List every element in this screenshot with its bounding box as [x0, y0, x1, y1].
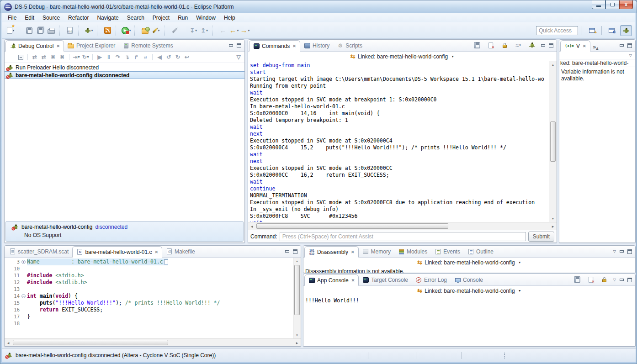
app-console-output[interactable]: !!!Hello World!!!	[303, 295, 635, 346]
close-tab-icon[interactable]: ✕	[351, 250, 355, 254]
maximize-view-icon[interactable]	[627, 43, 632, 48]
restore-button[interactable]	[605, 0, 619, 9]
back-icon[interactable]: ←▾	[229, 26, 239, 36]
minimize-view-icon[interactable]	[228, 43, 234, 47]
menu-search[interactable]: Search	[123, 14, 148, 22]
run-icon[interactable]: ▾	[121, 26, 131, 36]
minimize-button[interactable]	[592, 0, 605, 9]
view-menu-icon[interactable]: ▽	[629, 53, 632, 58]
step-out-icon[interactable]: ↱	[132, 53, 140, 61]
scroll-right-icon[interactable]: ▶	[549, 222, 557, 230]
commands-hscrollbar[interactable]: ◀ ▶	[248, 222, 557, 230]
menu-window[interactable]: Window	[192, 14, 219, 22]
open-perspective-button[interactable]	[586, 25, 598, 36]
tab-error-log[interactable]: Error Log	[412, 274, 451, 285]
remove-connection-icon[interactable]: ✖	[49, 53, 57, 61]
menu-run[interactable]: Run	[174, 14, 191, 22]
commands-output[interactable]: set debug-from mainstartStarting target …	[248, 61, 549, 222]
maximize-view-icon[interactable]	[293, 249, 297, 254]
tab-modules[interactable]: Modules	[394, 246, 431, 257]
collapsed-region-icon[interactable]	[164, 259, 168, 264]
editor-vscrollbar[interactable]: ▲ ▼	[293, 258, 301, 338]
title-bar[interactable]: DS-5 Debug - bare-metal-hello-world-01/s…	[0, 0, 637, 13]
reset-icon[interactable]: ↻▾	[81, 53, 90, 61]
debug-icon[interactable]: ▾	[84, 26, 94, 36]
prev-annotation-icon[interactable]: ↥▾	[199, 26, 209, 36]
tab-bare-metal-hello-world-01-c[interactable]: bare-metal-hello-world-01.c✕	[72, 246, 162, 258]
print-icon[interactable]	[46, 26, 56, 36]
remove-all-connections-icon[interactable]: ✖	[58, 53, 66, 61]
scrollbar-thumb[interactable]	[294, 265, 300, 315]
menu-help[interactable]: Help	[220, 14, 239, 22]
maximize-view-icon[interactable]	[549, 43, 553, 48]
scroll-lock-icon[interactable]	[499, 40, 510, 50]
debug-sessions-tree[interactable]: Run Preloader Hello disconnectedbare-met…	[5, 63, 244, 220]
save-all-icon[interactable]	[35, 26, 45, 36]
tab-makefile[interactable]: Makefile	[162, 246, 199, 257]
scroll-lock-icon[interactable]	[600, 274, 610, 285]
menu-file[interactable]: File	[4, 14, 20, 22]
menu-refactor[interactable]: Refactor	[64, 14, 92, 22]
maximize-view-icon[interactable]	[627, 278, 632, 282]
commands-vscrollbar[interactable]: ▲ ▼	[549, 61, 557, 222]
tab-disassembly[interactable]: 101 010Disassembly✕	[304, 246, 359, 258]
fold-toggle-icon[interactable]: −	[21, 294, 26, 298]
undo-history-icon[interactable]: ↺	[165, 53, 173, 61]
close-tab-icon[interactable]: ✕	[56, 44, 60, 48]
tab-remote-systems[interactable]: Remote Systems	[119, 40, 176, 51]
view-menu-icon[interactable]: ▽	[613, 249, 616, 253]
scroll-left-icon[interactable]: ◀	[5, 339, 12, 346]
close-tab-icon[interactable]: ✕	[154, 250, 158, 254]
tab-overflow-chevron[interactable]: »4	[593, 44, 599, 51]
scroll-right-icon[interactable]: ▶	[293, 339, 301, 346]
scrollbar-thumb[interactable]	[550, 121, 556, 162]
pause-icon[interactable]: ‖	[105, 53, 113, 61]
scroll-up-icon[interactable]: ▲	[549, 61, 557, 68]
close-button[interactable]: x	[619, 0, 633, 9]
variables-linked-bar[interactable]: ked: bare-metal-hello-world-	[559, 59, 635, 67]
new-wizard-icon[interactable]: ▾	[5, 26, 16, 36]
submit-button[interactable]: Submit	[528, 232, 554, 242]
scroll-left-icon[interactable]: ◀	[248, 222, 255, 230]
commands-linked-bar[interactable]: ⇆ Linked: bare-metal-hello-world-config …	[248, 52, 557, 61]
reverse-icon[interactable]: ◀	[155, 53, 164, 61]
last-edit-icon[interactable]: ←	[218, 26, 228, 36]
filter-icon[interactable]: ≈▾	[513, 40, 523, 50]
tab-variables[interactable]: (x)= V ✕	[560, 40, 590, 52]
save-console-output-icon[interactable]	[472, 40, 482, 50]
view-menu-icon[interactable]: ▽	[234, 53, 243, 61]
jump-icon[interactable]: ↩	[183, 53, 191, 61]
menu-source[interactable]: Source	[39, 14, 64, 22]
fold-toggle-icon[interactable]: +	[21, 260, 26, 264]
quick-access-input[interactable]	[536, 26, 578, 35]
scroll-up-icon[interactable]: ▲	[293, 258, 301, 264]
clear-console-icon[interactable]: ✕	[486, 40, 496, 50]
step-into-icon[interactable]: ↴	[123, 53, 131, 61]
debug-session-row[interactable]: bare-metal-hello-world-config disconnect…	[5, 71, 244, 79]
scroll-down-icon[interactable]: ▼	[549, 215, 557, 222]
menu-navigate[interactable]: Navigate	[93, 14, 122, 22]
tab-commands[interactable]: Commands✕	[249, 40, 300, 52]
maximize-view-icon[interactable]	[237, 43, 241, 48]
open-element-icon[interactable]	[140, 26, 150, 36]
view-menu-icon[interactable]: ▽	[613, 278, 616, 282]
tab-outline[interactable]: Outline	[464, 246, 497, 257]
editor-code-area[interactable]: 3+Name : bare-metal-hello-world-01.c1011…	[5, 258, 293, 338]
perspective-ds5-debug-button[interactable]	[620, 25, 632, 36]
command-input[interactable]	[280, 232, 526, 241]
linked-context-icon[interactable]	[527, 40, 537, 50]
minimize-view-icon[interactable]	[619, 277, 624, 282]
tab-scripts[interactable]: ⚙Scripts	[333, 40, 366, 51]
tab-events[interactable]: Events	[431, 246, 464, 257]
pen-disabled-icon[interactable]	[170, 26, 180, 36]
menu-project[interactable]: Project	[149, 14, 173, 22]
minimize-view-icon[interactable]	[285, 249, 290, 253]
disassembly-linked-bar[interactable]: ⇆ Linked: bare-metal-hello-world-config …	[303, 258, 635, 267]
highlight-icon[interactable]: ▾	[151, 26, 161, 36]
binary-file-icon[interactable]	[65, 26, 75, 36]
redo-history-icon[interactable]: ↻	[174, 53, 182, 61]
close-tab-icon[interactable]: ✕	[292, 44, 296, 48]
perspective-cpp-button[interactable]	[605, 25, 617, 36]
tab-history[interactable]: History	[300, 40, 333, 51]
tab-app-console[interactable]: App Console✕	[304, 274, 359, 286]
